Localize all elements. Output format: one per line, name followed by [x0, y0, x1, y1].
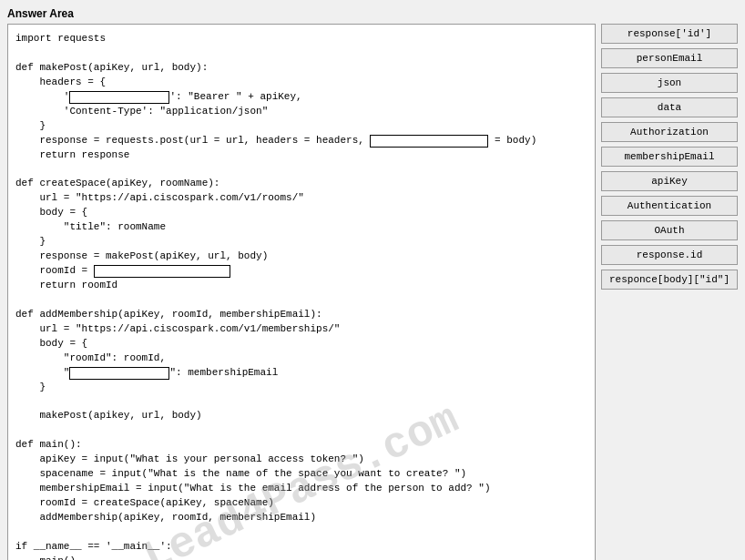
code-line-roomid: roomId =	[15, 264, 587, 279]
option-oauth[interactable]: OAuth	[601, 220, 738, 240]
code-line-spacename: spacename = input("What is the name of t…	[15, 467, 587, 482]
code-line-addmembership: def addMembership(apiKey, roomId, member…	[15, 308, 587, 322]
code-line-blank3	[15, 293, 587, 308]
code-line-main: def main():	[15, 438, 587, 453]
option-response-dot-id[interactable]: response.id	[601, 245, 738, 265]
code-line-content-type: 'Content-Type': "application/json"	[15, 105, 587, 119]
blank-authorization[interactable]	[69, 91, 169, 104]
option-authorization[interactable]: Authorization	[601, 122, 738, 142]
code-panel: import requests def makePost(apiKey, url…	[7, 24, 596, 560]
code-line-headers: headers = {	[15, 76, 587, 90]
code-line-response-post: response = requests.post(url = url, head…	[15, 134, 587, 148]
answer-area-label: Answer Area	[7, 7, 738, 20]
option-membershipemail[interactable]: membershipEmail	[601, 147, 738, 167]
code-line-makepost: def makePost(apiKey, url, body):	[15, 61, 587, 76]
code-line-blank5	[15, 423, 587, 438]
options-sidebar: response['id'] personEmail json data Aut…	[601, 24, 738, 560]
code-line-close-headers: }	[15, 119, 587, 134]
code-line-roomid-field: "roomId": roomId,	[15, 351, 587, 366]
code-line-body2: body = {	[15, 337, 587, 351]
page-container: Answer Area import requests def makePost…	[0, 0, 745, 560]
code-line-blank1	[15, 46, 587, 61]
main-content: import requests def makePost(apiKey, url…	[7, 24, 738, 560]
option-data[interactable]: data	[601, 97, 738, 117]
code-line-return-roomid: return roomId	[15, 279, 587, 293]
option-json[interactable]: json	[601, 73, 738, 93]
option-responce-body-id[interactable]: responce[body]["id"]	[601, 270, 738, 290]
code-line-return-response: return response	[15, 148, 587, 163]
code-line-apikey: apiKey = input("What is your personal ac…	[15, 453, 587, 467]
code-line-blank4	[15, 394, 587, 409]
option-apikey[interactable]: apiKey	[601, 171, 738, 191]
blank-membershipemail[interactable]	[69, 367, 169, 380]
code-line-title: "title": roomName	[15, 220, 587, 235]
code-line-makepost-call: response = makePost(apiKey, url, body)	[15, 249, 587, 264]
code-line-membership-field: " ": membershipEmail	[15, 366, 587, 381]
code-line-auth-header: ' ': "Bearer " + apiKey,	[15, 90, 587, 105]
code-line-url2: url = "https://api.ciscospark.com/v1/mem…	[15, 322, 587, 337]
code-line-blank6	[15, 525, 587, 540]
code-line-makepost-call2: makePost(apikey, url, body)	[15, 409, 587, 423]
code-line-memberemail: membershipEmail = input("What is the ema…	[15, 482, 587, 496]
code-line-1: import requests	[15, 32, 587, 46]
code-line-maincall: main()	[15, 555, 587, 560]
code-line-addmembership-call: addMembership(apiKey, roomId, membership…	[15, 511, 587, 525]
blank-data-json[interactable]	[370, 135, 488, 148]
code-line-createspace-call: roomId = createSpace(apiKey, spaceName)	[15, 496, 587, 511]
option-response-id[interactable]: response['id']	[601, 24, 738, 44]
code-line-if-main: if __name__ == '__main__':	[15, 540, 587, 555]
option-authentication[interactable]: Authentication	[601, 196, 738, 216]
blank-response-id[interactable]	[94, 265, 230, 278]
option-personemail[interactable]: personEmail	[601, 48, 738, 68]
code-line-close-body1: }	[15, 235, 587, 249]
code-line-blank2	[15, 162, 587, 177]
code-line-createspace: def createSpace(apiKey, roomName):	[15, 177, 587, 191]
code-line-body1: body = {	[15, 206, 587, 220]
code-line-close-body2: }	[15, 381, 587, 395]
code-line-url1: url = "https://api.ciscospark.com/v1/roo…	[15, 191, 587, 206]
